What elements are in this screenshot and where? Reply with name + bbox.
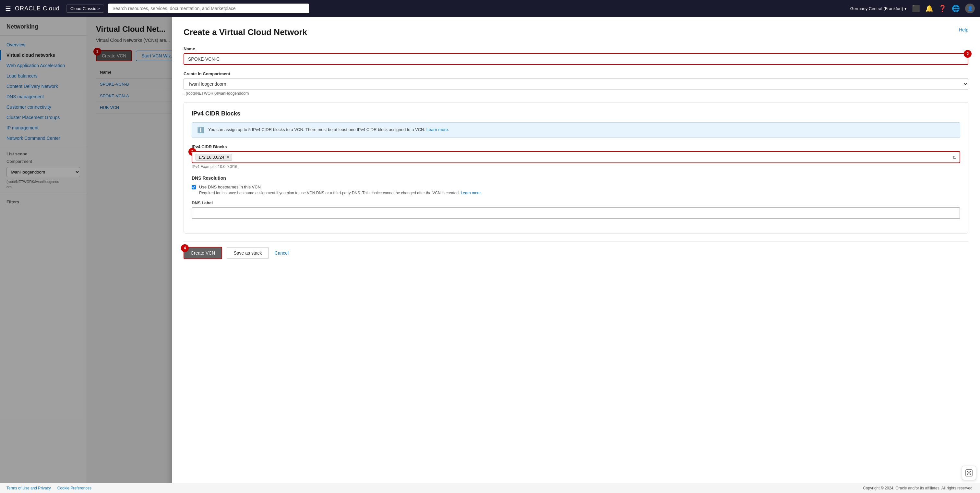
- search-input[interactable]: [108, 3, 309, 13]
- cloud-classic-button[interactable]: Cloud Classic >: [66, 5, 104, 13]
- top-navigation: ☰ ORACLE Cloud Cloud Classic > Germany C…: [0, 0, 980, 17]
- cidr-form-group: IPv4 CIDR Blocks 3 172.16.3.0/24 ✕ ⇅ IPv…: [192, 144, 960, 169]
- learn-more-link[interactable]: Learn more.: [426, 127, 449, 132]
- region-selector[interactable]: Germany Central (Frankfurt) ▾: [850, 6, 907, 11]
- svg-point-5: [968, 472, 970, 474]
- compartment-dropdown[interactable]: IwanHoogendoorn: [183, 78, 968, 90]
- name-form-group: Name 2: [183, 46, 968, 65]
- svg-point-4: [970, 474, 971, 475]
- bell-icon[interactable]: 🔔: [925, 5, 933, 12]
- save-as-stack-button[interactable]: Save as stack: [227, 247, 269, 259]
- oracle-logo: ORACLE Cloud: [15, 5, 60, 12]
- dns-checkbox-label: Use DNS hostnames in this VCN: [199, 184, 482, 189]
- ipv4-info-banner: ℹ️ You can assign up to 5 IPv4 CIDR bloc…: [192, 122, 960, 138]
- modal-overlay: Create a Virtual Cloud Network Help Name…: [0, 17, 980, 493]
- cidr-tag: 172.16.3.0/24 ✕: [196, 154, 232, 161]
- svg-point-1: [967, 471, 968, 472]
- compartment-form-group: Create In Compartment IwanHoogendoorn . …: [183, 72, 968, 96]
- svg-point-2: [970, 471, 971, 472]
- dns-checkbox-row: Use DNS hostnames in this VCN Required f…: [192, 184, 960, 195]
- help-icon[interactable]: ❓: [939, 5, 947, 12]
- nav-right: Germany Central (Frankfurt) ▾ ⬛ 🔔 ❓ 🌐 👤: [850, 3, 975, 13]
- hamburger-menu[interactable]: ☰: [5, 5, 11, 12]
- dns-checkbox[interactable]: [192, 185, 196, 189]
- dns-resolution-title: DNS Resolution: [192, 175, 960, 181]
- dns-label-group: DNS Label: [192, 200, 960, 219]
- dns-resolution-section: DNS Resolution Use DNS hostnames in this…: [192, 175, 960, 195]
- modal-header: Create a Virtual Cloud Network Help: [183, 27, 968, 37]
- info-icon: ℹ️: [197, 127, 204, 134]
- cidr-input-wrapper[interactable]: 172.16.3.0/24 ✕ ⇅: [192, 151, 960, 163]
- ipv4-info-text: You can assign up to 5 IPv4 CIDR blocks …: [208, 127, 449, 133]
- badge-4: 4: [181, 244, 189, 252]
- terminal-icon[interactable]: ⬛: [912, 5, 920, 12]
- copyright-text: Copyright © 2024, Oracle and/or its affi…: [863, 486, 974, 490]
- bottom-bar: Terms of Use and Privacy Cookie Preferen…: [0, 483, 980, 493]
- compartment-path-text: . (root)/NETWORK/IwanHoogendoorn: [183, 91, 968, 96]
- modal-title: Create a Virtual Cloud Network: [183, 27, 307, 37]
- dns-checkbox-desc: Required for instance hostname assignmen…: [199, 191, 482, 195]
- ipv4-cidr-section: IPv4 CIDR Blocks ℹ️ You can assign up to…: [183, 102, 968, 234]
- cidr-label: IPv4 CIDR Blocks: [192, 144, 960, 149]
- dns-label-label: DNS Label: [192, 200, 960, 205]
- terms-link[interactable]: Terms of Use and Privacy: [6, 486, 51, 490]
- vcn-name-input[interactable]: [183, 53, 968, 65]
- modal-footer: 4 Create VCN Save as stack Cancel: [183, 241, 968, 259]
- compartment-form-label: Create In Compartment: [183, 72, 968, 76]
- cidr-example: IPv4 Example: 10.0.0.0/16: [192, 164, 960, 169]
- user-avatar[interactable]: 👤: [965, 3, 975, 13]
- create-vcn-modal: Create a Virtual Cloud Network Help Name…: [172, 17, 980, 493]
- name-label: Name: [183, 46, 968, 51]
- help-widget[interactable]: [962, 466, 976, 480]
- cancel-button[interactable]: Cancel: [274, 248, 290, 259]
- cookie-preferences-link[interactable]: Cookie Preferences: [57, 486, 91, 490]
- globe-icon[interactable]: 🌐: [952, 5, 960, 12]
- help-link[interactable]: Help: [959, 27, 968, 32]
- dns-label-input[interactable]: [192, 207, 960, 219]
- cidr-tag-remove[interactable]: ✕: [226, 155, 229, 159]
- svg-point-3: [967, 474, 968, 475]
- modal-create-vcn-button[interactable]: 4 Create VCN: [183, 247, 222, 259]
- badge-2: 2: [964, 50, 972, 58]
- cidr-expand-icon: ⇅: [953, 155, 956, 160]
- dns-learn-more-link[interactable]: Learn more.: [461, 191, 482, 195]
- ipv4-section-title: IPv4 CIDR Blocks: [192, 110, 960, 117]
